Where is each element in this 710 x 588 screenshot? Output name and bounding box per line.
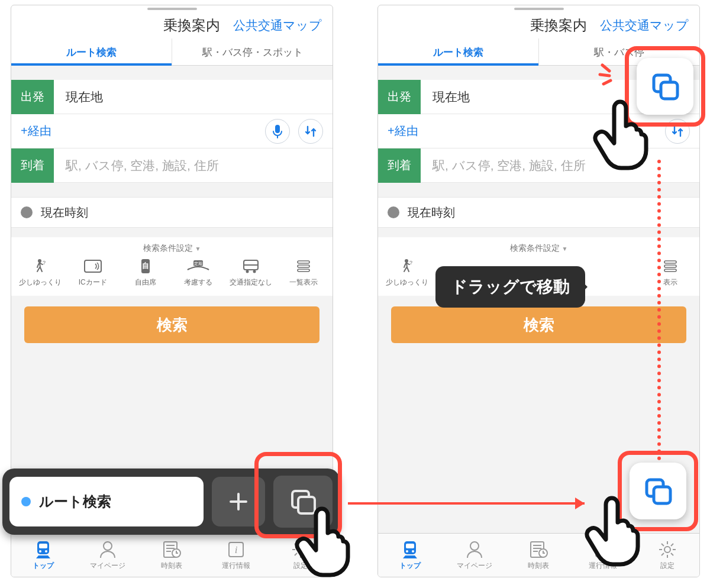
- timetable-icon: [162, 540, 181, 559]
- emphasis-ticks-icon: [596, 59, 626, 89]
- chevron-down-icon: ▼: [562, 245, 568, 252]
- svg-point-19: [104, 542, 112, 550]
- app-title: 乗換案内: [530, 16, 587, 35]
- cond-label: ICカード: [79, 277, 107, 287]
- cond-transport[interactable]: 交通指定なし: [227, 259, 275, 287]
- arrival-row[interactable]: 到着 駅, バス停, 空港, 施設, 住所: [11, 148, 333, 183]
- pointer-hand-icon: [292, 506, 357, 577]
- cond-label: 表示: [663, 277, 677, 287]
- cond-view[interactable]: 一覧表示: [280, 259, 327, 287]
- arrival-badge: 到着: [11, 148, 54, 183]
- time-label: 現在時刻: [41, 205, 88, 221]
- svg-text:?: ?: [409, 260, 412, 266]
- nav-label: 時刻表: [528, 561, 549, 571]
- voice-input-button[interactable]: [265, 119, 290, 144]
- transit-map-link[interactable]: 公共交通マップ: [600, 17, 689, 34]
- svg-rect-0: [275, 125, 280, 133]
- nav-mypage[interactable]: マイページ: [443, 534, 507, 577]
- nav-service-info[interactable]: i 運行情報: [204, 534, 269, 577]
- app-title: 乗換案内: [163, 16, 220, 35]
- cond-view[interactable]: 表示: [647, 259, 694, 287]
- add-window-button[interactable]: [212, 477, 265, 526]
- mic-icon: [272, 124, 283, 138]
- add-via-label: +経由: [21, 123, 51, 139]
- svg-point-45: [470, 542, 479, 550]
- transit-map-link[interactable]: 公共交通マップ: [233, 17, 322, 34]
- cond-commuter[interactable]: 定期 考慮する: [175, 259, 222, 287]
- svg-rect-14: [298, 269, 309, 272]
- time-row[interactable]: 現在時刻: [11, 197, 333, 228]
- conditions-header-text: 検索条件設定: [510, 243, 560, 253]
- svg-point-11: [253, 270, 256, 273]
- conditions-row: ? 少しゆっくり ICカード 自 自由席 定期 考慮する 交通指定なし: [11, 254, 333, 287]
- swap-button[interactable]: [665, 119, 690, 144]
- header-row: 乗換案内 公共交通マップ: [378, 10, 699, 38]
- svg-text:i: i: [235, 544, 238, 555]
- conditions-area: 検索条件設定▼ ? 少しゆっくり ICカード 自 自由席 定期 考慮する: [11, 237, 333, 296]
- chevron-down-icon: ▼: [195, 245, 201, 252]
- conditions-header[interactable]: 検索条件設定▼: [378, 243, 699, 254]
- bottom-nav: トップ マイページ 時刻表 i 運行情報 設定: [11, 533, 333, 577]
- drag-tooltip: ドラッグで移動: [435, 266, 585, 308]
- cond-seat[interactable]: 自 自由席: [122, 259, 169, 287]
- header-row: 乗換案内 公共交通マップ: [11, 10, 333, 38]
- svg-text:定期: 定期: [194, 261, 202, 266]
- nav-timetable[interactable]: 時刻表: [140, 534, 204, 577]
- seat-icon: 自: [140, 259, 151, 274]
- tab-route-search[interactable]: ルート検索: [11, 38, 172, 65]
- cond-label: 一覧表示: [289, 277, 318, 287]
- svg-rect-38: [664, 261, 676, 263]
- window-chip-label: ルート検索: [39, 492, 111, 511]
- svg-point-18: [45, 550, 47, 553]
- cond-label: 少しゆっくり: [19, 277, 62, 287]
- search-button[interactable]: 検索: [24, 306, 320, 343]
- svg-point-17: [39, 550, 41, 553]
- drag-path: [657, 160, 661, 467]
- info-icon: i: [227, 540, 246, 559]
- bottom-nav: トップ マイページ 時刻表 i 運行情報 設定: [378, 533, 699, 577]
- swap-button[interactable]: [298, 119, 323, 144]
- departure-value: 現在地: [54, 89, 333, 105]
- top-tabs: ルート検索 駅・バス停・スポット: [11, 38, 333, 66]
- status-dot-icon: [21, 497, 31, 506]
- arrival-badge: 到着: [378, 148, 421, 183]
- svg-rect-13: [298, 265, 309, 267]
- arrival-placeholder: 駅, バス停, 空港, 施設, 住所: [54, 157, 333, 174]
- window-chip-route[interactable]: ルート検索: [9, 477, 204, 526]
- list-icon: [296, 260, 311, 273]
- nav-label: トップ: [399, 561, 421, 571]
- svg-rect-40: [664, 269, 676, 272]
- ic-card-icon: [84, 260, 102, 273]
- search-button[interactable]: 検索: [391, 306, 686, 343]
- user-icon: [465, 540, 484, 559]
- cond-walk-speed[interactable]: ? 少しゆっくり: [383, 259, 431, 287]
- nav-top[interactable]: トップ: [378, 534, 443, 577]
- nav-top[interactable]: トップ: [11, 534, 76, 577]
- tab-route-search[interactable]: ルート検索: [378, 38, 538, 65]
- departure-row[interactable]: 出発 現在地: [11, 80, 333, 114]
- svg-line-71: [604, 80, 611, 84]
- pointer-hand-icon: [582, 496, 647, 567]
- nav-mypage[interactable]: マイページ: [76, 534, 140, 577]
- svg-rect-12: [298, 261, 309, 263]
- cond-ic-card[interactable]: ICカード: [69, 259, 117, 287]
- clock-icon: [388, 206, 399, 218]
- home-indicator: [11, 5, 333, 10]
- nav-label: マイページ: [90, 561, 125, 571]
- clock-icon: [21, 206, 33, 218]
- nav-timetable[interactable]: 時刻表: [506, 534, 571, 577]
- swap-icon: [304, 124, 318, 138]
- tab-station-spot[interactable]: 駅・バス停・スポット: [172, 38, 333, 65]
- via-row[interactable]: +経由: [11, 114, 333, 148]
- cond-walk-speed[interactable]: ? 少しゆっくり: [17, 259, 64, 287]
- svg-line-70: [600, 75, 609, 76]
- svg-point-53: [664, 547, 670, 553]
- svg-rect-16: [39, 544, 47, 548]
- svg-point-10: [246, 270, 249, 273]
- arrow-right-icon: [348, 495, 596, 512]
- time-row[interactable]: 現在時刻: [378, 197, 699, 228]
- svg-text:?: ?: [43, 260, 46, 266]
- add-via-label: +経由: [388, 123, 418, 139]
- svg-text:自: 自: [142, 261, 149, 270]
- conditions-header[interactable]: 検索条件設定▼: [11, 243, 333, 254]
